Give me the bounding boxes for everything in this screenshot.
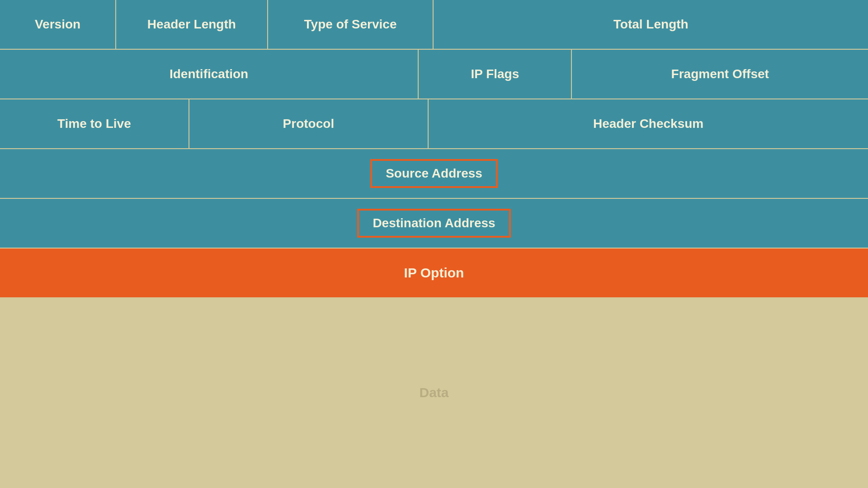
destination-address-highlight: Destination Address — [357, 209, 510, 238]
header-row-6: IP Option — [0, 249, 868, 298]
source-address-label: Source Address — [386, 166, 482, 180]
cell-destination-address: Destination Address — [0, 199, 868, 248]
cell-identification: Identification — [0, 50, 419, 99]
cell-version: Version — [0, 0, 116, 49]
cell-ip-flags: IP Flags — [419, 50, 572, 99]
protocol-label: Protocol — [283, 117, 335, 131]
cell-ip-option: IP Option — [0, 249, 868, 297]
ip-option-label: IP Option — [404, 265, 464, 281]
cell-time-to-live: Time to Live — [0, 99, 189, 148]
header-row-7: Data — [0, 298, 868, 488]
version-label: Version — [35, 17, 80, 32]
fragment-offset-label: Fragment Offset — [671, 67, 769, 81]
header-row-4: Source Address — [0, 149, 868, 199]
cell-header-length: Header Length — [116, 0, 268, 49]
cell-header-checksum: Header Checksum — [429, 99, 868, 148]
source-address-highlight: Source Address — [370, 159, 498, 188]
destination-address-label: Destination Address — [373, 216, 495, 230]
cell-type-of-service: Type of Service — [268, 0, 434, 49]
cell-total-length: Total Length — [434, 0, 868, 49]
cell-source-address: Source Address — [0, 149, 868, 198]
total-length-label: Total Length — [613, 17, 689, 32]
cell-data: Data — [0, 298, 868, 487]
identification-label: Identification — [170, 67, 248, 81]
header-row-1: Version Header Length Type of Service To… — [0, 0, 868, 50]
ip-header-diagram: Version Header Length Type of Service To… — [0, 0, 868, 488]
cell-fragment-offset: Fragment Offset — [572, 50, 868, 99]
time-to-live-label: Time to Live — [57, 117, 131, 131]
type-of-service-label: Type of Service — [304, 17, 397, 32]
header-row-3: Time to Live Protocol Header Checksum — [0, 99, 868, 149]
data-label: Data — [419, 385, 448, 400]
cell-protocol: Protocol — [189, 99, 429, 148]
header-row-2: Identification IP Flags Fragment Offset — [0, 50, 868, 99]
header-row-5: Destination Address — [0, 199, 868, 249]
header-length-label: Header Length — [147, 17, 236, 32]
header-checksum-label: Header Checksum — [593, 117, 703, 131]
ip-flags-label: IP Flags — [471, 67, 519, 81]
